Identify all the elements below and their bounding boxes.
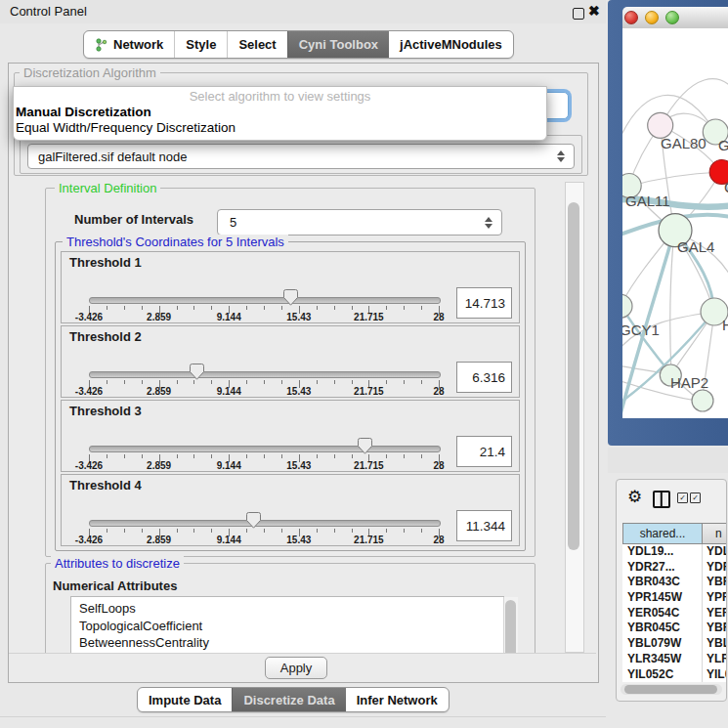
threshold-panel-2: Threshold 2 -3.4262.8599.14415.4321.7152…	[61, 325, 520, 398]
zoom-traffic-light-icon[interactable]	[665, 11, 679, 24]
number-of-intervals-value: 5	[218, 215, 236, 230]
table-data-selected-value: galFiltered.sif default node	[28, 150, 187, 164]
table-row[interactable]: YLR345WYLR3	[622, 652, 727, 667]
attribute-item-betweennesscentrality[interactable]: BetweennessCentrality	[79, 634, 503, 652]
table-row[interactable]: YDR27...YDR2	[622, 560, 727, 576]
threshold-slider-track[interactable]	[89, 446, 441, 452]
tab-jactivemnodules[interactable]: jActiveMNodules	[389, 31, 513, 58]
node-label-gal80: GAL80	[661, 135, 707, 151]
close-traffic-light-icon[interactable]	[624, 11, 638, 24]
column-header-name[interactable]: n	[703, 523, 727, 544]
number-of-intervals-select[interactable]: 5	[217, 209, 502, 236]
node-label-gal4: GAL4	[677, 238, 714, 255]
table-hscrollbar-thumb[interactable]	[624, 685, 717, 694]
threshold-1-value-field[interactable]: 14.713	[456, 287, 512, 319]
control-panel-titlebar: Control Panel ✖	[0, 0, 606, 23]
cell-shared-name[interactable]: YPR145W	[622, 590, 703, 606]
cell-shared-name[interactable]: YDR27...	[622, 560, 703, 576]
mode-tab-discretize-data[interactable]: Discretize Data	[232, 688, 345, 711]
tab-style[interactable]: Style	[174, 31, 227, 58]
threshold-slider-track[interactable]	[89, 371, 441, 378]
interval-definition-legend: Interval Definition	[55, 181, 160, 195]
tab-select[interactable]: Select	[227, 31, 286, 58]
cell-name[interactable]: YIL0	[703, 667, 727, 683]
network-edge[interactable]	[670, 231, 674, 374]
cell-name[interactable]: YDL1	[703, 544, 727, 560]
cell-shared-name[interactable]: YBR045C	[622, 621, 703, 636]
node-label-hap2: HAP2	[670, 374, 708, 391]
cell-shared-name[interactable]: YLR345W	[622, 652, 703, 667]
cell-name[interactable]: YDR2	[703, 560, 727, 576]
gear-icon[interactable]: ⚙	[627, 487, 642, 507]
tab-cyni-toolbox[interactable]: Cyni Toolbox	[287, 31, 389, 58]
network-node[interactable]	[692, 390, 713, 411]
threshold-label: Threshold 4	[69, 478, 142, 492]
threshold-label: Threshold 2	[69, 329, 142, 344]
network-icon	[95, 38, 107, 52]
cell-name[interactable]: YLR3	[703, 652, 727, 667]
close-icon[interactable]: ✖	[588, 3, 600, 19]
network-canvas[interactable]: GAL80GAGAL11CGAL4GCY1HHAP2	[622, 28, 728, 418]
threshold-1-slider-thumb[interactable]	[283, 289, 298, 306]
algorithm-option-manual-discretization[interactable]: Manual Discretization	[14, 105, 546, 120]
table-row[interactable]: YER054CYER0	[622, 606, 727, 621]
network-edge[interactable]	[628, 172, 721, 187]
column-header-shared-name[interactable]: shared...	[622, 523, 703, 544]
threshold-slider-track[interactable]	[89, 520, 441, 527]
table-row[interactable]: YPR145WYPR1	[622, 590, 727, 606]
algorithm-option-equal-width-frequency-discretization[interactable]: Equal Width/Frequency Discretization	[14, 120, 546, 136]
threshold-2-value-field[interactable]: 6.316	[456, 362, 512, 393]
attributes-legend: Attributes to discretize	[51, 556, 184, 571]
threshold-2-slider-thumb[interactable]	[190, 364, 204, 380]
bottom-divider	[0, 716, 606, 717]
tab-network[interactable]: Network	[84, 31, 174, 58]
table-row[interactable]: YBR043CYBR0	[622, 575, 727, 590]
network-node[interactable]	[622, 294, 632, 318]
algorithm-placeholder-item[interactable]: Select algorithm to view settings	[14, 87, 546, 105]
cell-name[interactable]: YBR0	[703, 621, 727, 636]
network-edge[interactable]	[622, 306, 671, 374]
mode-tab-impute-data[interactable]: Impute Data	[138, 688, 232, 711]
float-window-icon[interactable]	[573, 8, 584, 20]
checkbox-icon[interactable]: ✓	[690, 492, 701, 503]
cell-shared-name[interactable]: YBL079W	[622, 636, 703, 652]
cell-name[interactable]: YBR0	[703, 575, 727, 590]
checkbox-icon[interactable]: ✓	[677, 492, 688, 503]
cell-shared-name[interactable]: YER054C	[622, 606, 703, 621]
table-row[interactable]: YBL079WYBL0	[622, 636, 727, 652]
number-of-intervals-label: Number of Intervals	[74, 212, 193, 227]
threshold-slider-track[interactable]	[89, 297, 441, 304]
threshold-4-value-field[interactable]: 11.344	[456, 510, 512, 541]
slider-tick-labels: -3.4262.8599.14415.4321.71528	[89, 312, 440, 323]
node-label-h: H	[722, 317, 728, 333]
control-panel-tab-bar: NetworkStyleSelectCyni ToolboxjActiveMNo…	[83, 30, 514, 59]
threshold-4-slider-thumb[interactable]	[246, 512, 261, 529]
apply-button[interactable]: Apply	[265, 657, 327, 679]
node-label-gcy1: GCY1	[622, 321, 660, 338]
cell-shared-name[interactable]: YBR043C	[622, 575, 703, 590]
node-label-c: C	[724, 179, 728, 195]
node-label-ga: GA	[718, 137, 728, 153]
threshold-3-value-field[interactable]: 21.4	[456, 436, 512, 467]
discretization-algorithm-legend: Discretization Algorithm	[20, 65, 160, 80]
cell-shared-name[interactable]: YIL052C	[622, 667, 703, 683]
table-data-select[interactable]: galFiltered.sif default node	[27, 144, 575, 169]
table-rows: YDL19...YDL1YDR27...YDR2YBR043CYBR0YPR14…	[622, 544, 727, 682]
mode-tab-infer-network[interactable]: Infer Network	[346, 688, 449, 711]
cell-shared-name[interactable]: YDL19...	[622, 544, 703, 560]
table-row[interactable]: YBR045CYBR0	[622, 621, 727, 636]
split-view-icon[interactable]	[653, 491, 670, 508]
network-window-titlebar[interactable]	[622, 7, 728, 29]
threshold-3-slider-thumb[interactable]	[358, 438, 372, 454]
cell-name[interactable]: YBL0	[703, 636, 727, 652]
panel-scrollbar-thumb[interactable]	[568, 202, 579, 550]
threshold-panel-4: Threshold 4 -3.4262.8599.14415.4321.7152…	[61, 474, 520, 546]
cell-name[interactable]: YER0	[703, 606, 727, 621]
table-row[interactable]: YDL19...YDL1	[622, 544, 727, 560]
table-header-row: shared... n	[622, 523, 727, 544]
cell-name[interactable]: YPR1	[703, 590, 727, 606]
minimize-traffic-light-icon[interactable]	[645, 11, 659, 24]
attribute-item-topologicalcoefficient[interactable]: TopologicalCoefficient	[79, 618, 503, 635]
table-row[interactable]: YIL052CYIL0	[622, 667, 727, 683]
attribute-item-selfloops[interactable]: SelfLoops	[79, 600, 503, 618]
